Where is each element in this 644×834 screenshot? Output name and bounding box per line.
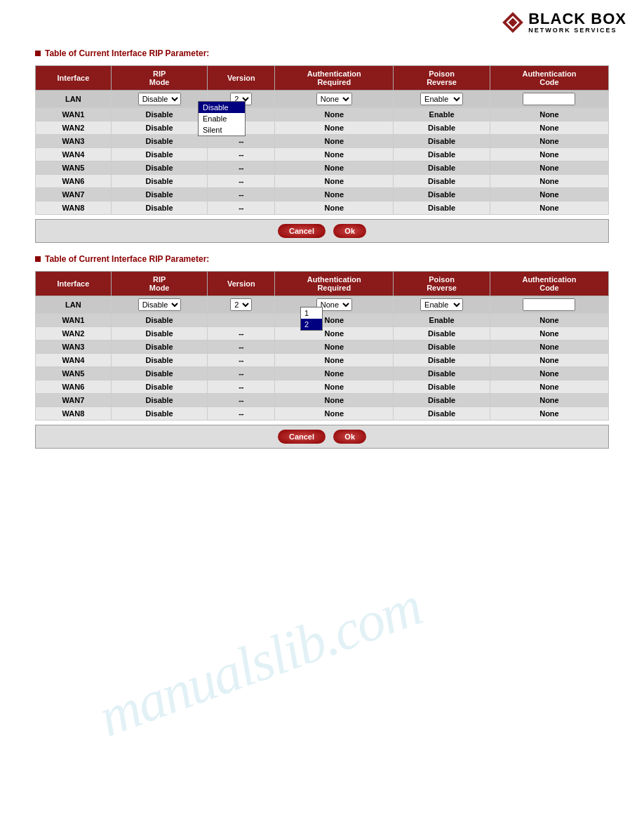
wan5-interface-1: WAN5 [36, 161, 112, 175]
table-row: WAN5 Disable -- None Disable None [36, 161, 609, 175]
logo-diamond-icon [502, 11, 524, 34]
s2-wan2-ver: -- [208, 327, 275, 340]
wan7-rip-1: Disable [111, 188, 208, 201]
s2-wan1-interface: WAN1 [36, 314, 112, 327]
wan2-auth-1: None [275, 121, 394, 135]
section2-bullet-icon [35, 256, 41, 262]
wan2-poison-1: Disable [394, 121, 490, 135]
s2-wan8-poison: Disable [394, 407, 490, 421]
wan4-interface-1: WAN4 [36, 148, 112, 161]
rip-mode-option-silent[interactable]: Silent [199, 124, 245, 135]
wan3-auth-1: None [275, 135, 394, 148]
col2-poison-reverse: PoisonReverse [394, 272, 490, 296]
wan8-ver-1: -- [208, 201, 275, 215]
wan5-rip-1: Disable [111, 161, 208, 175]
s2-wan1-rip: Disable [111, 314, 208, 327]
rip-mode-dropdown-popup[interactable]: Disable Enable Silent [198, 101, 246, 136]
section1-table: Interface RIPMode Version Authentication… [35, 65, 609, 215]
lan-auth-1[interactable]: None MD5 Text [275, 91, 394, 108]
wan4-ver-1: -- [208, 148, 275, 161]
wan8-auth-1: None [275, 201, 394, 215]
section1-ok-button[interactable]: Ok [333, 224, 366, 238]
s2-wan3-code: None [490, 340, 608, 354]
section2-title: Table of Current Interface RIP Parameter… [45, 254, 209, 264]
version-option-1[interactable]: 1 [301, 307, 322, 319]
wan2-rip-1: Disable [111, 121, 208, 135]
lan-auth-2[interactable]: None MD5 Text [275, 296, 394, 314]
wan3-ver-1: -- [208, 135, 275, 148]
table-row: WAN8 Disable -- None Disable None [36, 407, 609, 421]
wan4-rip-1: Disable [111, 148, 208, 161]
lan-poison-select-2[interactable]: Enable Disable [420, 298, 463, 311]
s2-wan3-rip: Disable [111, 340, 208, 354]
lan-authcode-input-1[interactable] [523, 93, 575, 105]
rip-mode-option-enable[interactable]: Enable [199, 113, 245, 124]
wan2-interface-1: WAN2 [36, 121, 112, 135]
s2-wan4-poison: Disable [394, 354, 490, 367]
wan6-poison-1: Disable [394, 175, 490, 188]
col2-auth-code: AuthenticationCode [490, 272, 608, 296]
wan1-interface-1: WAN1 [36, 108, 112, 121]
s2-wan7-ver: -- [208, 394, 275, 407]
wan1-rip-1: Disable [111, 108, 208, 121]
lan-version-select-2[interactable]: 2 1 [230, 298, 252, 311]
wan7-poison-1: Disable [394, 188, 490, 201]
col-poison-reverse: PoisonReverse [394, 66, 490, 91]
lan-authcode-2[interactable] [490, 296, 608, 314]
lan-version-2[interactable]: 2 1 [208, 296, 275, 314]
lan-rip-mode-select-1[interactable]: Disable Enable Silent [138, 93, 181, 105]
s2-wan5-code: None [490, 367, 608, 380]
s2-wan2-interface: WAN2 [36, 327, 112, 340]
s2-wan3-ver: -- [208, 340, 275, 354]
wan5-auth-1: None [275, 161, 394, 175]
lan-poison-2[interactable]: Enable Disable [394, 296, 490, 314]
section1-cancel-button[interactable]: Cancel [278, 224, 326, 238]
s2-wan4-auth: None [275, 354, 394, 367]
wan8-interface-1: WAN8 [36, 201, 112, 215]
wan8-code-1: None [490, 201, 608, 215]
lan-rip-mode-2[interactable]: Disable Enable Silent [111, 296, 208, 314]
section2-title-row: Table of Current Interface RIP Parameter… [35, 254, 609, 264]
lan-rip-mode-select-2[interactable]: Disable Enable Silent [138, 298, 181, 311]
lan-poison-select-1[interactable]: Enable Disable [420, 93, 463, 105]
section2-ok-button[interactable]: Ok [333, 430, 366, 444]
table-row: WAN3 Disable -- None Disable None [36, 340, 609, 354]
col-version: Version [208, 66, 275, 91]
wan3-rip-1: Disable [111, 135, 208, 148]
lan-row-1: LAN Disable Enable Silent 2 1 [36, 91, 609, 108]
wan6-interface-1: WAN6 [36, 175, 112, 188]
s2-wan4-rip: Disable [111, 354, 208, 367]
s2-wan5-rip: Disable [111, 367, 208, 380]
rip-mode-option-disable[interactable]: Disable [199, 102, 245, 113]
wan7-auth-1: None [275, 188, 394, 201]
s2-wan4-code: None [490, 354, 608, 367]
col2-auth-required: AuthenticationRequired [275, 272, 394, 296]
logo-brand: BLACK BOX [528, 11, 626, 27]
lan-poison-1[interactable]: Enable Disable [394, 91, 490, 108]
wan7-interface-1: WAN7 [36, 188, 112, 201]
wan3-interface-1: WAN3 [36, 135, 112, 148]
s2-wan3-poison: Disable [394, 340, 490, 354]
s2-wan1-code: None [490, 314, 608, 327]
lan-authcode-input-2[interactable] [523, 298, 575, 311]
version-option-2[interactable]: 2 [301, 319, 322, 330]
s2-wan7-poison: Disable [394, 394, 490, 407]
s2-wan8-code: None [490, 407, 608, 421]
lan-rip-mode-1[interactable]: Disable Enable Silent [111, 91, 208, 108]
col-rip-mode: RIPMode [111, 66, 208, 91]
s2-wan2-rip: Disable [111, 327, 208, 340]
s2-wan7-interface: WAN7 [36, 394, 112, 407]
section2-cancel-button[interactable]: Cancel [278, 430, 326, 444]
wan3-code-1: None [490, 135, 608, 148]
lan-authcode-1[interactable] [490, 91, 608, 108]
wan6-code-1: None [490, 175, 608, 188]
section1-table-wrapper: Disable Enable Silent Interface RIPMode … [35, 65, 609, 243]
s2-wan6-rip: Disable [111, 380, 208, 394]
s2-wan6-interface: WAN6 [36, 380, 112, 394]
s2-wan6-poison: Disable [394, 380, 490, 394]
lan-auth-select-1[interactable]: None MD5 Text [316, 93, 352, 105]
s2-wan7-code: None [490, 394, 608, 407]
s2-wan5-interface: WAN5 [36, 367, 112, 380]
s2-wan8-auth: None [275, 407, 394, 421]
version-dropdown-popup[interactable]: 1 2 [300, 307, 323, 331]
